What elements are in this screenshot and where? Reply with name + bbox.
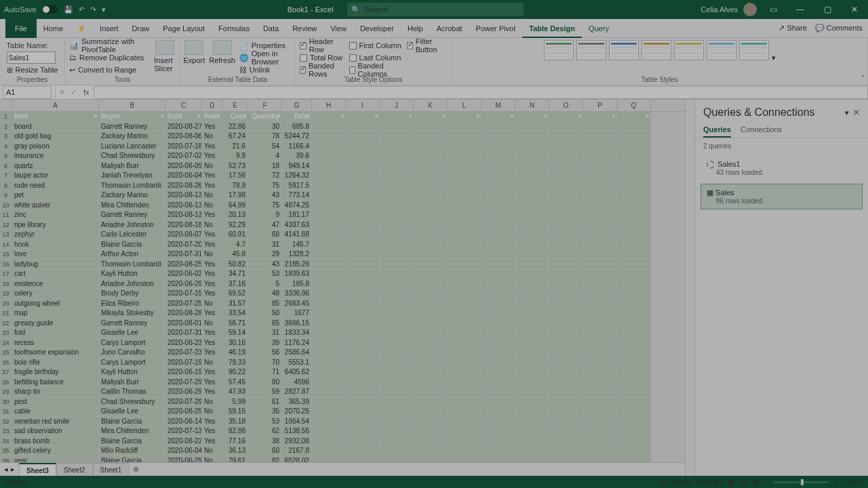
cell[interactable]: 2020-07-13 bbox=[165, 426, 202, 436]
cell[interactable]: 2020-06-13 bbox=[165, 201, 202, 211]
tab-power-pivot[interactable]: Power Pivot bbox=[469, 19, 523, 38]
cell[interactable]: 47 bbox=[248, 220, 282, 230]
cell[interactable]: 2020-06-29 bbox=[165, 279, 202, 289]
cell[interactable] bbox=[481, 436, 515, 447]
cell[interactable]: No bbox=[202, 456, 222, 463]
query-item-0[interactable]: Sales1 43 rows loaded. bbox=[701, 155, 863, 181]
cell[interactable]: recess bbox=[12, 338, 99, 348]
cell[interactable] bbox=[380, 397, 414, 407]
cell[interactable] bbox=[481, 348, 515, 358]
cell[interactable]: Yes bbox=[202, 348, 222, 358]
cell[interactable] bbox=[617, 260, 651, 270]
cell[interactable]: ladybug bbox=[12, 260, 99, 270]
cell[interactable] bbox=[346, 201, 380, 211]
cell[interactable] bbox=[549, 190, 583, 201]
cell[interactable]: Gisselle Lee bbox=[99, 328, 165, 338]
cell[interactable] bbox=[481, 328, 515, 338]
maximize-button[interactable]: ▢ bbox=[816, 0, 838, 19]
cell[interactable]: 2020-06-04 bbox=[165, 446, 202, 456]
cell[interactable]: 72 bbox=[248, 171, 282, 181]
cell[interactable] bbox=[617, 417, 651, 427]
pane-tab-connections[interactable]: Connections bbox=[741, 123, 782, 138]
cell[interactable] bbox=[583, 387, 617, 397]
cell[interactable]: venetian red smile bbox=[12, 417, 99, 427]
cell[interactable]: Yes bbox=[202, 378, 222, 388]
cell[interactable]: 59.14 bbox=[222, 328, 248, 338]
cell[interactable] bbox=[380, 348, 414, 358]
cell[interactable]: Total bbox=[282, 112, 312, 122]
cell[interactable]: Arthur Acton bbox=[99, 249, 165, 260]
col-header[interactable]: E bbox=[222, 100, 248, 111]
sheet-tab-3[interactable]: Sheet3 bbox=[19, 463, 56, 476]
cell[interactable]: 1839.63 bbox=[282, 269, 312, 279]
cell[interactable] bbox=[380, 220, 414, 230]
avatar[interactable] bbox=[743, 3, 757, 16]
cell[interactable] bbox=[414, 210, 448, 220]
cell[interactable]: 6405.62 bbox=[282, 367, 312, 378]
cell[interactable] bbox=[414, 201, 448, 211]
cell[interactable]: 82.88 bbox=[222, 426, 248, 436]
cell[interactable]: Yes bbox=[202, 436, 222, 447]
cell[interactable] bbox=[312, 367, 346, 378]
tab-query[interactable]: Query bbox=[582, 19, 616, 38]
cell[interactable] bbox=[346, 171, 380, 181]
tab-home[interactable]: Home bbox=[37, 19, 70, 38]
view-page-layout-icon[interactable]: ▤ bbox=[740, 478, 747, 487]
cell[interactable] bbox=[583, 210, 617, 220]
tab-view[interactable]: View bbox=[323, 19, 353, 38]
cell[interactable] bbox=[481, 338, 515, 348]
cell[interactable] bbox=[312, 417, 346, 427]
row-header[interactable]: 20 bbox=[0, 299, 12, 309]
cell[interactable] bbox=[312, 436, 346, 447]
cell[interactable]: No bbox=[202, 161, 222, 171]
close-button[interactable]: ✕ bbox=[844, 0, 865, 19]
cell[interactable]: 6528.02 bbox=[282, 456, 312, 463]
fx-button[interactable]: fx bbox=[79, 88, 94, 96]
cell[interactable]: 1166.4 bbox=[282, 142, 312, 152]
cell[interactable] bbox=[481, 171, 515, 181]
cell[interactable] bbox=[414, 308, 448, 319]
cell[interactable]: Yes bbox=[202, 279, 222, 289]
cell[interactable] bbox=[346, 122, 380, 132]
row-header[interactable]: 6 bbox=[0, 161, 12, 171]
row-header[interactable]: 14 bbox=[0, 240, 12, 250]
cell[interactable]: Ariadne Johnston bbox=[99, 220, 165, 230]
cell[interactable] bbox=[414, 279, 448, 289]
cell[interactable]: No bbox=[202, 201, 222, 211]
cell[interactable] bbox=[617, 279, 651, 289]
cell[interactable] bbox=[515, 230, 549, 240]
cell[interactable] bbox=[481, 417, 515, 427]
cell[interactable] bbox=[549, 426, 583, 436]
cell[interactable] bbox=[380, 367, 414, 378]
cell[interactable] bbox=[617, 220, 651, 230]
cell[interactable] bbox=[312, 299, 346, 309]
cell[interactable]: 62 bbox=[248, 426, 282, 436]
cell[interactable]: 1864.54 bbox=[282, 417, 312, 427]
cell[interactable]: gray poison bbox=[12, 142, 99, 152]
cell[interactable]: white quiver bbox=[12, 201, 99, 211]
cell[interactable]: existence bbox=[12, 279, 99, 289]
cell[interactable] bbox=[583, 319, 617, 329]
cell[interactable]: 29 bbox=[248, 249, 282, 260]
cell[interactable]: Yes bbox=[202, 122, 222, 132]
cell[interactable]: 1328.2 bbox=[282, 249, 312, 260]
opt-banded-rows[interactable]: Banded Rows bbox=[300, 64, 345, 75]
unlink-button[interactable]: ⛓ Unlink bbox=[239, 64, 292, 75]
cell[interactable]: 2020-06-19 bbox=[165, 367, 202, 378]
cell[interactable] bbox=[515, 190, 549, 201]
cell[interactable]: No bbox=[202, 190, 222, 201]
cell[interactable] bbox=[481, 249, 515, 260]
cell[interactable] bbox=[481, 367, 515, 378]
cell[interactable] bbox=[549, 161, 583, 171]
cell[interactable] bbox=[549, 456, 583, 463]
col-header[interactable]: J bbox=[380, 100, 414, 111]
cell[interactable] bbox=[414, 269, 448, 279]
cell[interactable]: 5553.1 bbox=[282, 358, 312, 368]
cell[interactable]: No bbox=[202, 249, 222, 260]
cell[interactable] bbox=[515, 417, 549, 427]
cell[interactable] bbox=[549, 269, 583, 279]
cell[interactable]: 2020-07-18 bbox=[165, 142, 202, 152]
cell[interactable] bbox=[515, 240, 549, 250]
cell[interactable]: 75 bbox=[248, 181, 282, 191]
accept-formula-icon[interactable]: ✓ bbox=[68, 88, 79, 97]
